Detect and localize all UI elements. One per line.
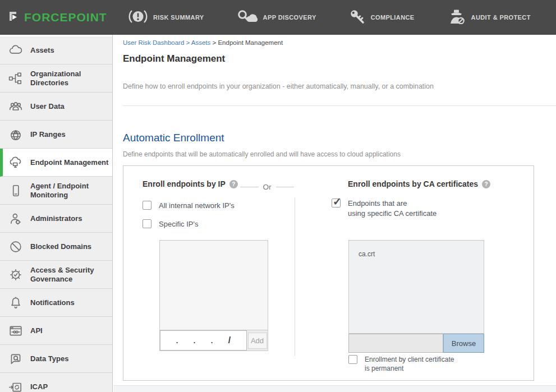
api-window-icon — [8, 324, 23, 338]
specific-ips-row: Specific IP's — [143, 219, 198, 229]
audit-protect-icon — [447, 9, 466, 26]
breadcrumb-link-user-risk-dashboard[interactable]: User Risk Dashboard — [123, 39, 184, 46]
or-label: Or — [263, 183, 272, 191]
enrollment-permanent-row: Enrollment by client certificate is perm… — [348, 355, 454, 373]
app-discovery-icon — [237, 9, 258, 26]
certificate-upload-row: Browse — [348, 334, 484, 353]
breadcrumb-separator: > — [213, 39, 217, 46]
globe-pin-icon — [8, 127, 23, 142]
add-ip-button[interactable]: Add — [248, 333, 267, 349]
compliance-icon — [349, 9, 366, 26]
nav-compliance[interactable]: COMPLIANCE — [349, 9, 415, 26]
sidebar-item-access-security-governance[interactable]: Access & Security Governance — [0, 261, 112, 289]
all-internal-ips-label: All internal network IP's — [159, 201, 235, 211]
sidebar-item-organizational-directories[interactable]: Organizational Directories — [0, 64, 112, 93]
forcepoint-logo-text: FORCEPOINT — [24, 11, 107, 24]
main-content: User Risk Dashboard > Assets > Endpoint … — [113, 35, 556, 392]
breadcrumb-link-assets[interactable]: Assets — [191, 39, 211, 46]
sidebar-item-assets[interactable]: Assets — [0, 36, 112, 64]
top-nav-menu: RISK SUMMARY APP DISCOVERY — [128, 9, 531, 26]
risk-summary-icon — [128, 9, 148, 26]
endpoints-ca-cert-label: Endpoints that are using specific CA cer… — [348, 199, 436, 218]
browse-button[interactable]: Browse — [443, 334, 484, 353]
header-divider — [123, 105, 556, 106]
automatic-enrollment-panel: Enroll endpoints by IP ? Or Enroll endpo… — [123, 165, 534, 381]
endpoints-ca-cert-row: ✓ Endpoints that are using specific CA c… — [332, 199, 436, 218]
sidebar-item-endpoint-management[interactable]: Endpoint Management — [0, 149, 112, 177]
add-button-zone: Add — [247, 330, 268, 351]
breadcrumb: User Risk Dashboard > Assets > Endpoint … — [123, 39, 556, 46]
nav-risk-summary[interactable]: RISK SUMMARY — [128, 9, 204, 26]
divider-line — [240, 187, 259, 187]
bell-icon — [8, 296, 23, 310]
sidebar-item-administrators[interactable]: Administrators — [0, 205, 112, 233]
sidebar-item-user-data[interactable]: User Data — [0, 93, 112, 121]
enrollment-permanent-label: Enrollment by client certificate is perm… — [365, 355, 454, 373]
ca-certificates-listbox[interactable]: ca.crt — [348, 240, 484, 334]
enroll-by-ip-title: Enroll endpoints by IP ? — [143, 179, 238, 188]
certificate-list-item[interactable]: ca.crt — [359, 250, 484, 258]
forcepoint-console: FORCEPOINT RISK SUMMARY — [0, 0, 556, 392]
org-chart-icon — [8, 71, 23, 86]
automatic-enrollment-description: Define endpoints that will be automatica… — [123, 150, 556, 158]
icap-icon — [8, 380, 23, 392]
next-section-edge — [113, 385, 556, 392]
data-types-icon — [8, 352, 23, 366]
nav-app-discovery[interactable]: APP DISCOVERY — [237, 9, 316, 26]
checkmark-icon: ✓ — [333, 195, 342, 208]
specific-ips-listbox[interactable] — [159, 240, 268, 330]
top-navigation-bar: FORCEPOINT RISK SUMMARY — [0, 0, 556, 35]
certificate-file-input[interactable] — [348, 334, 443, 353]
forcepoint-logo[interactable]: FORCEPOINT — [8, 10, 116, 25]
help-icon[interactable]: ? — [482, 180, 490, 188]
admin-user-icon — [8, 211, 23, 226]
automatic-enrollment-heading: Automatic Enrollment — [123, 132, 556, 144]
forcepoint-logo-icon — [8, 10, 20, 25]
ip-entry-row: . . . / Add — [159, 330, 268, 351]
endpoints-ca-cert-checkbox[interactable]: ✓ — [332, 199, 341, 207]
enrollment-permanent-checkbox[interactable] — [348, 355, 357, 364]
page-description: Define how to enroll endpoints in your o… — [123, 82, 556, 90]
ip-address-input[interactable]: . . . / — [160, 330, 247, 351]
sidebar-item-agent-endpoint-monitoring[interactable]: Agent / Endpoint Monitoring — [0, 177, 112, 205]
sidebar-item-blocked-domains[interactable]: Blocked Domains — [0, 233, 112, 261]
mobile-device-icon — [8, 183, 23, 198]
specific-ips-label: Specific IP's — [159, 219, 198, 229]
cloud-icon — [8, 43, 23, 58]
enroll-by-ca-title: Enroll endpoints by CA certificates ? — [348, 179, 490, 188]
specific-ips-checkbox[interactable] — [143, 219, 151, 228]
breadcrumb-separator: > — [186, 39, 190, 46]
sidebar-item-data-types[interactable]: Data Types — [0, 345, 112, 373]
sidebar-item-ip-ranges[interactable]: IP Ranges — [0, 121, 112, 149]
sidebar-navigation: Assets Organizational Directories — [0, 35, 113, 392]
column-divider — [295, 197, 295, 356]
gear-check-icon — [8, 268, 23, 282]
all-internal-ips-checkbox[interactable] — [143, 201, 151, 210]
breadcrumb-current: Endpoint Management — [218, 39, 283, 46]
sidebar-item-icap[interactable]: ICAP — [0, 373, 112, 392]
sidebar-item-notifications[interactable]: Notifications — [0, 289, 112, 317]
help-icon[interactable]: ? — [229, 180, 238, 188]
users-icon — [8, 99, 23, 114]
nav-audit-protect[interactable]: AUDIT & PROTECT — [447, 9, 531, 26]
cloud-endpoint-icon — [8, 155, 23, 170]
blocked-circle-icon — [8, 239, 23, 254]
or-divider: Or — [240, 183, 294, 191]
all-internal-ips-row: All internal network IP's — [143, 201, 235, 211]
sidebar-item-api[interactable]: API — [0, 317, 112, 345]
divider-line — [276, 187, 295, 187]
page-title: Endpoint Management — [123, 53, 556, 64]
